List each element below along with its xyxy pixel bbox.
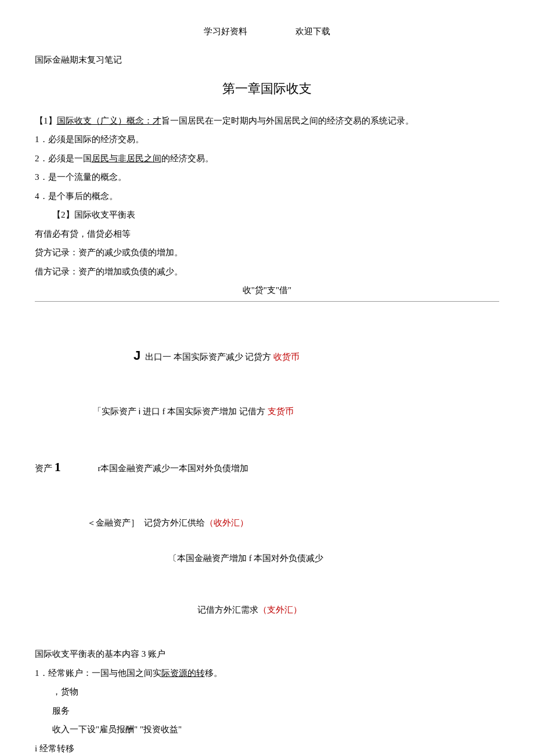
asset-diagram: J 出口一 本国实际资产减少 记贷方 收货币 「实际资产 i 进口 f 本国实际… (35, 310, 499, 638)
sub-item: ，货物 (35, 683, 499, 700)
divider (35, 301, 499, 302)
sub-item: 收入一下设"雇员报酬" "投资收益" (35, 721, 499, 738)
diagram-red: 收货币 (273, 352, 300, 361)
diagram-red: （收外汇） (205, 518, 248, 527)
item-num: 2 (35, 154, 39, 163)
letter-j: J (134, 348, 140, 363)
diagram-text: ＜金融资产］ (87, 518, 139, 527)
diagram-text: 进口 f 本国实际资产增加 记借方 (143, 407, 265, 416)
sec1-item-3: 3．是一个流量的概念。 (35, 169, 499, 186)
section-label: 【1】 (35, 116, 57, 125)
item-num: 1 (35, 135, 39, 144)
sub-item-transfer: i 经常转移 (35, 740, 499, 756)
diagram-text: 资产 (35, 464, 52, 473)
item-text: ．是个事后的概念。 (39, 191, 118, 201)
sub-item: 服务 (35, 703, 499, 719)
item-num: 4 (35, 191, 39, 201)
diagram-line-4: ＜金融资产］ 记贷方外汇供给（收外汇） (35, 498, 499, 531)
item-text: ．必须是一国 (39, 154, 92, 163)
item-text: ．必须是国际的经济交易。 (39, 135, 144, 144)
account-1: 1．经常账户：一国与他国之间实际资源的转移。 (35, 665, 499, 682)
section-1-link: 国际收支（广义）概念：才 (57, 116, 161, 125)
item-link: 居民与非居民之间 (92, 154, 161, 163)
item-text: ．经常账户：一国与他国之间实 (39, 668, 161, 678)
diagram-line-3: 资产 1 r本国金融资产减少一本国对外负债增加 (35, 439, 499, 479)
sec1-item-2: 2．必须是一国居民与非居民之间的经济交易。 (35, 150, 499, 167)
item-num: 3 (35, 172, 39, 182)
document-title: 国际金融期末复习笔记 (35, 52, 499, 68)
item-text: 的经济交易。 (161, 154, 214, 163)
sec2b-title: 国际收支平衡表的基本内容 3 账户 (35, 646, 499, 663)
header-right: 欢迎下载 (295, 23, 330, 40)
header-left: 学习好资料 (204, 23, 247, 40)
item-text: ．是一个流量的概念。 (39, 172, 127, 182)
diagram-text: 「实际资产 (93, 407, 136, 416)
letter-i: i (139, 406, 140, 416)
item-text: 移。 (205, 668, 222, 678)
section-1-heading: 【1】国际收支（广义）概念：才旨一国居民在一定时期内与外国居民之间的经济交易的系… (35, 113, 499, 129)
diagram-line-5: 〔本国金融资产增加 f 本国对外负债减少 (35, 550, 499, 567)
sec2-line: 有借必有贷，借贷必相等 (35, 226, 499, 243)
diagram-line-1: J 出口一 本国实际资产减少 记贷方 收货币 (35, 327, 499, 367)
diagram-line-2: 「实际资产 i 进口 f 本国实际资产增加 记借方 支货币 (35, 386, 499, 419)
diagram-red: （支外汇） (258, 605, 302, 614)
section-2-heading: 【2】国际收支平衡表 (35, 207, 499, 223)
item-link: 际资源的转 (161, 668, 205, 678)
page-header: 学习好资料 欢迎下载 (35, 23, 499, 40)
chapter-title: 第一章国际收支 (35, 77, 499, 101)
big-one: 1 (55, 460, 61, 474)
item-num: 1 (35, 668, 39, 678)
diagram-line-6: 记借方外汇需求（支外汇） (35, 585, 499, 618)
sec1-item-4: 4．是个事后的概念。 (35, 188, 499, 205)
section-1-rest: 旨一国居民在一定时期内与外国居民之间的经济交易的系统记录。 (161, 116, 414, 125)
sec2-center: 收"贷"支"借" (35, 282, 499, 299)
diagram-red: 支货币 (268, 407, 294, 416)
sec1-item-1: 1．必须是国际的经济交易。 (35, 131, 499, 148)
diagram-text: 出口一 本国实际资产减少 记贷方 (145, 352, 272, 361)
sec2-line: 借方记录：资产的增加或负债的减少。 (35, 263, 499, 280)
sec2-line: 贷方记录：资产的减少或负债的增加。 (35, 244, 499, 261)
diagram-text: 记借方外汇需求 (197, 605, 258, 614)
diagram-text: 记贷方外汇供给 (144, 518, 205, 527)
diagram-text: r本国金融资产减少一本国对外负债增加 (98, 464, 249, 473)
